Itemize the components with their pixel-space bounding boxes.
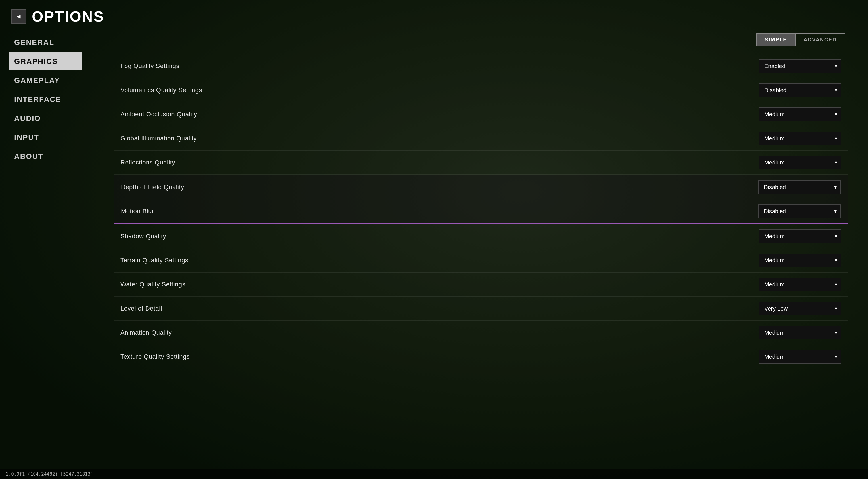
main-content: ◄ OPTIONS GENERAL GRAPHICS GAMEPLAY INTE… — [0, 0, 868, 479]
level-of-detail-select[interactable]: Very Low Low Medium High Very High — [759, 302, 841, 315]
status-bar: 1.0.9f1 (104.24482) [5247.31813] — [0, 469, 868, 479]
sidebar-item-about[interactable]: ABOUT — [8, 147, 82, 165]
setting-label-texture-quality: Texture Quality Settings — [120, 353, 759, 361]
setting-label-motion-blur: Motion Blur — [121, 208, 758, 215]
select-wrapper-depth-of-field: Disabled Low Medium High — [758, 180, 841, 194]
sidebar-item-audio[interactable]: AUDIO — [8, 109, 82, 127]
setting-row-motion-blur: Motion Blur Disabled Low Medium High — [114, 199, 847, 223]
terrain-quality-select[interactable]: Low Medium High Very High — [759, 253, 841, 267]
select-wrapper-reflections: Disabled Low Medium High Very High — [759, 156, 841, 169]
back-arrow-icon: ◄ — [16, 13, 22, 20]
settings-list: Fog Quality Settings Enabled Disabled Lo… — [114, 54, 851, 468]
setting-label-depth-of-field: Depth of Field Quality — [121, 183, 758, 191]
setting-row-terrain-quality: Terrain Quality Settings Low Medium High… — [114, 248, 848, 273]
texture-quality-select[interactable]: Low Medium High Very High — [759, 350, 841, 364]
ambient-occlusion-select[interactable]: Disabled Low Medium High Very High — [759, 107, 841, 121]
setting-label-shadow-quality: Shadow Quality — [120, 233, 759, 240]
setting-label-animation-quality: Animation Quality — [120, 329, 759, 336]
global-illumination-select[interactable]: Disabled Low Medium High Very High — [759, 132, 841, 145]
page-title: OPTIONS — [32, 8, 104, 25]
body-layout: GENERAL GRAPHICS GAMEPLAY INTERFACE AUDI… — [0, 31, 868, 479]
setting-label-level-of-detail: Level of Detail — [120, 305, 759, 312]
setting-label-ambient-occlusion: Ambient Occlusion Quality — [120, 111, 759, 118]
select-wrapper-animation-quality: Low Medium High Very High — [759, 326, 841, 339]
setting-label-water-quality: Water Quality Settings — [120, 281, 759, 288]
sidebar-item-interface[interactable]: INTERFACE — [8, 91, 82, 108]
setting-row-depth-of-field: Depth of Field Quality Disabled Low Medi… — [114, 175, 847, 199]
select-wrapper-shadow-quality: Disabled Low Medium High Very High — [759, 230, 841, 243]
sidebar-item-graphics[interactable]: GRAPHICS — [8, 53, 82, 70]
setting-label-volumetrics: Volumetrics Quality Settings — [120, 87, 759, 94]
sidebar: GENERAL GRAPHICS GAMEPLAY INTERFACE AUDI… — [0, 31, 91, 471]
setting-row-water-quality: Water Quality Settings Low Medium High V… — [114, 273, 848, 297]
shadow-quality-select[interactable]: Disabled Low Medium High Very High — [759, 230, 841, 243]
setting-row-shadow-quality: Shadow Quality Disabled Low Medium High … — [114, 224, 848, 248]
main-panel: SIMPLE ADVANCED Fog Quality Settings Ena… — [91, 31, 868, 471]
setting-label-terrain-quality: Terrain Quality Settings — [120, 256, 759, 264]
status-text: 1.0.9f1 (104.24482) [5247.31813] — [6, 471, 93, 477]
depth-of-field-select[interactable]: Disabled Low Medium High — [758, 180, 841, 194]
setting-row-texture-quality: Texture Quality Settings Low Medium High… — [114, 345, 848, 369]
select-wrapper-global-illumination: Disabled Low Medium High Very High — [759, 132, 841, 145]
back-button[interactable]: ◄ — [11, 9, 26, 24]
select-wrapper-level-of-detail: Very Low Low Medium High Very High — [759, 302, 841, 315]
select-wrapper-fog-quality: Enabled Disabled Low Medium High — [759, 59, 841, 73]
sidebar-item-general[interactable]: GENERAL — [8, 33, 82, 51]
select-wrapper-water-quality: Low Medium High Very High — [759, 278, 841, 291]
setting-row-level-of-detail: Level of Detail Very Low Low Medium High… — [114, 297, 848, 321]
setting-label-reflections: Reflections Quality — [120, 159, 759, 166]
setting-label-global-illumination: Global Illumination Quality — [120, 135, 759, 142]
sidebar-item-input[interactable]: INPUT — [8, 129, 82, 146]
tab-simple[interactable]: SIMPLE — [756, 33, 795, 46]
setting-row-global-illumination: Global Illumination Quality Disabled Low… — [114, 127, 848, 150]
setting-row-ambient-occlusion: Ambient Occlusion Quality Disabled Low M… — [114, 102, 848, 127]
header: ◄ OPTIONS — [0, 0, 868, 31]
sidebar-item-gameplay[interactable]: GAMEPLAY — [8, 71, 82, 89]
setting-row-reflections: Reflections Quality Disabled Low Medium … — [114, 150, 848, 175]
setting-label-fog-quality: Fog Quality Settings — [120, 62, 759, 70]
setting-row-fog-quality: Fog Quality Settings Enabled Disabled Lo… — [114, 54, 848, 78]
select-wrapper-terrain-quality: Low Medium High Very High — [759, 253, 841, 267]
setting-row-animation-quality: Animation Quality Low Medium High Very H… — [114, 321, 848, 345]
select-wrapper-texture-quality: Low Medium High Very High — [759, 350, 841, 364]
volumetrics-select[interactable]: Enabled Disabled Low Medium High — [759, 83, 841, 97]
tab-row: SIMPLE ADVANCED — [756, 33, 845, 46]
select-wrapper-motion-blur: Disabled Low Medium High — [758, 204, 841, 218]
tab-advanced[interactable]: ADVANCED — [795, 33, 845, 46]
fog-quality-select[interactable]: Enabled Disabled Low Medium High — [759, 59, 841, 73]
water-quality-select[interactable]: Low Medium High Very High — [759, 278, 841, 291]
select-wrapper-ambient-occlusion: Disabled Low Medium High Very High — [759, 107, 841, 121]
motion-blur-select[interactable]: Disabled Low Medium High — [758, 204, 841, 218]
setting-row-volumetrics: Volumetrics Quality Settings Enabled Dis… — [114, 78, 848, 102]
reflections-select[interactable]: Disabled Low Medium High Very High — [759, 156, 841, 169]
highlight-group: Depth of Field Quality Disabled Low Medi… — [114, 175, 848, 224]
animation-quality-select[interactable]: Low Medium High Very High — [759, 326, 841, 339]
select-wrapper-volumetrics: Enabled Disabled Low Medium High — [759, 83, 841, 97]
